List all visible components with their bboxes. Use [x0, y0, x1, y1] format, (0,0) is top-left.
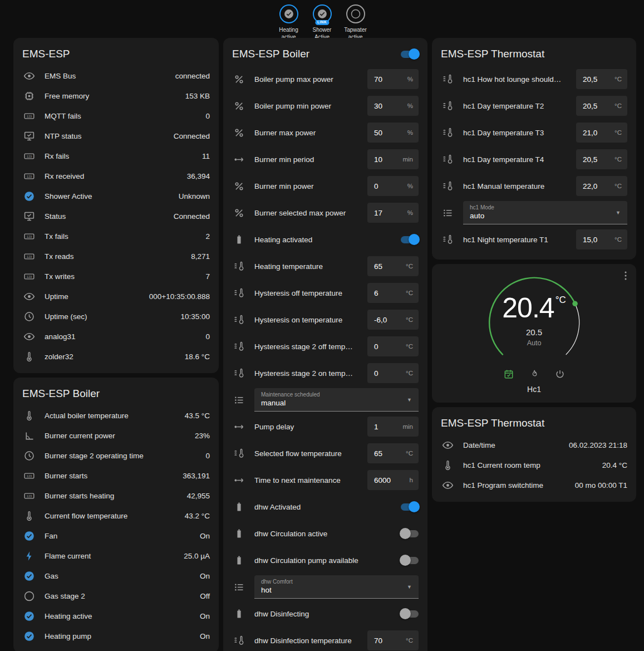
- number-input[interactable]: 15,0 °C: [576, 229, 627, 249]
- number-value: 0: [374, 342, 378, 351]
- number-input[interactable]: 70 %: [367, 69, 419, 89]
- number-input[interactable]: 20,5 °C: [576, 69, 627, 89]
- svg-text:123: 123: [26, 174, 31, 178]
- number-input[interactable]: 6000 h: [367, 470, 419, 490]
- number-input[interactable]: 10 min: [367, 149, 419, 169]
- entity-row[interactable]: Burner current power 23%: [13, 425, 219, 446]
- number-input[interactable]: 6 °C: [367, 283, 419, 303]
- number-input[interactable]: 65 °C: [367, 443, 419, 463]
- boiler-sensors-card: EMS-ESP Boiler Actual boiler temperature…: [13, 378, 219, 651]
- number-input[interactable]: 1 min: [367, 417, 419, 437]
- number-row: Boiler pump min power 30 %: [223, 92, 427, 119]
- entity-row[interactable]: hc1 Current room temp 20.4 °C: [432, 455, 636, 475]
- entity-row[interactable]: hc1 Program switchtime 00 mo 00:00 T1: [432, 475, 636, 495]
- number-value: 20,5: [583, 155, 597, 164]
- number-value: 22,0: [583, 182, 597, 190]
- entity-row[interactable]: Uptime 000+10:35:00.888: [13, 286, 219, 306]
- entity-row[interactable]: Current flow temperature 43.2 °C: [13, 506, 219, 526]
- entity-row[interactable]: 123 Rx fails 11: [13, 146, 219, 166]
- thermostat-dial[interactable]: 20.4°C 20.5 Auto: [481, 275, 587, 368]
- entity-row[interactable]: 123 Tx writes 7: [13, 266, 219, 286]
- entity-label: dhw Circulation active: [254, 530, 393, 538]
- number-row: Hysteresis on temperature -6,0 °C: [223, 306, 427, 333]
- entity-row[interactable]: Free memory 153 KB: [13, 86, 219, 106]
- card-title: EMS-ESP Thermostat: [441, 417, 544, 429]
- entity-row[interactable]: EMS Bus connected: [13, 66, 219, 86]
- entity-row[interactable]: Fan On: [13, 526, 219, 546]
- number-input[interactable]: 22,0 °C: [576, 176, 627, 196]
- battery-icon: [232, 233, 245, 246]
- entity-row[interactable]: 123 Tx reads 8,271: [13, 246, 219, 266]
- thermo-waves-icon: [441, 153, 454, 166]
- number-value: 0: [374, 182, 378, 190]
- entity-list: hc1 How hot lounge should… 20,5 °C hc1 D…: [432, 66, 636, 253]
- toggle-switch[interactable]: [401, 236, 419, 243]
- entity-row[interactable]: 123 Rx received 36,394: [13, 166, 219, 186]
- entity-row[interactable]: Heating pump On: [13, 626, 219, 646]
- entity-label: hc1 Manual temperature: [463, 182, 571, 190]
- select-input[interactable]: Maintenance scheduled manual: [254, 388, 419, 412]
- circle-outline-icon: [350, 8, 361, 19]
- thermo-waves-icon: [232, 286, 245, 300]
- entity-row[interactable]: Uptime (sec) 10:35:00: [13, 306, 219, 326]
- entity-row[interactable]: 123 Tx fails 2: [13, 226, 219, 246]
- number-input[interactable]: 30 %: [367, 96, 419, 116]
- status-badge[interactable]: Tapwater active: [340, 4, 371, 41]
- entity-row[interactable]: 123 MQTT fails 0: [13, 106, 219, 126]
- entity-label: Tx reads: [45, 252, 185, 261]
- number-input[interactable]: -6,0 °C: [367, 310, 419, 330]
- number-input[interactable]: 50 %: [367, 123, 419, 143]
- thermo-waves-icon: [232, 260, 245, 273]
- toggle-switch[interactable]: [401, 503, 419, 511]
- target-temperature: 20.5: [481, 327, 587, 337]
- entity-row[interactable]: 123 Burner starts 363,191: [13, 466, 219, 486]
- entity-row[interactable]: 123 Burner starts heating 42,955: [13, 486, 219, 506]
- number-row: hc1 Night temperature T1 15,0 °C: [432, 226, 636, 253]
- entity-row[interactable]: zolder32 18.6 °C: [13, 346, 219, 366]
- toggle-switch[interactable]: [401, 557, 419, 564]
- entity-row[interactable]: NTP status Connected: [13, 126, 219, 146]
- dots-vertical-icon[interactable]: [620, 270, 632, 282]
- select-input[interactable]: hc1 Mode auto: [463, 201, 627, 224]
- entity-label: Boiler pump max power: [254, 75, 362, 84]
- card-header-toggle[interactable]: [401, 51, 419, 58]
- fire-icon[interactable]: [529, 369, 540, 380]
- number-input[interactable]: 0 °C: [367, 336, 419, 356]
- number-row: Burner max power 50 %: [223, 119, 427, 146]
- status-badge[interactable]: Heating active: [273, 4, 304, 41]
- status-badge[interactable]: LINK Shower Active: [307, 4, 338, 41]
- entity-row[interactable]: Gas stage 2 Off: [13, 586, 219, 606]
- battery-icon: [232, 500, 245, 513]
- number-input[interactable]: 17 %: [367, 203, 419, 223]
- number-input[interactable]: 20,5 °C: [576, 96, 627, 116]
- top-status-badges: Heating active LINK Shower Active Tapwat…: [0, 0, 644, 38]
- select-input[interactable]: dhw Comfort hot: [254, 575, 419, 599]
- entity-row[interactable]: analog31 0: [13, 326, 219, 346]
- badge-circle: [279, 4, 298, 23]
- entity-row[interactable]: Status Connected: [13, 206, 219, 226]
- number-input[interactable]: 21,0 °C: [576, 123, 627, 143]
- entity-label: Burner min power: [254, 182, 362, 190]
- entity-row[interactable]: Gas On: [13, 566, 219, 586]
- calendar-check-icon[interactable]: [503, 369, 514, 380]
- number-input[interactable]: 0 °C: [367, 363, 419, 383]
- number-input[interactable]: 65 °C: [367, 256, 419, 276]
- check-circle-icon: [22, 629, 36, 643]
- entity-row[interactable]: Flame current 25.0 µA: [13, 546, 219, 566]
- entity-label: Burner selected max power: [254, 209, 362, 217]
- entity-value: On: [200, 572, 210, 580]
- number-input[interactable]: 70 °C: [367, 630, 419, 650]
- number-input[interactable]: 20,5 °C: [576, 149, 627, 169]
- toggle-switch[interactable]: [401, 610, 419, 618]
- number-unit: °C: [614, 76, 622, 82]
- entity-label: hc1 Night temperature T1: [463, 236, 571, 244]
- number-input[interactable]: 0 %: [367, 176, 419, 196]
- power-icon[interactable]: [554, 369, 566, 380]
- entity-row[interactable]: Shower Active Unknown: [13, 186, 219, 206]
- entity-row[interactable]: Burner stage 2 operating time 0: [13, 446, 219, 466]
- entity-row[interactable]: Date/time 06.02.2023 21:18: [432, 435, 636, 455]
- entity-row[interactable]: Heating active On: [13, 606, 219, 626]
- entity-label: analog31: [45, 332, 200, 341]
- toggle-switch[interactable]: [401, 530, 419, 537]
- entity-row[interactable]: Actual boiler temperature 43.5 °C: [13, 405, 219, 425]
